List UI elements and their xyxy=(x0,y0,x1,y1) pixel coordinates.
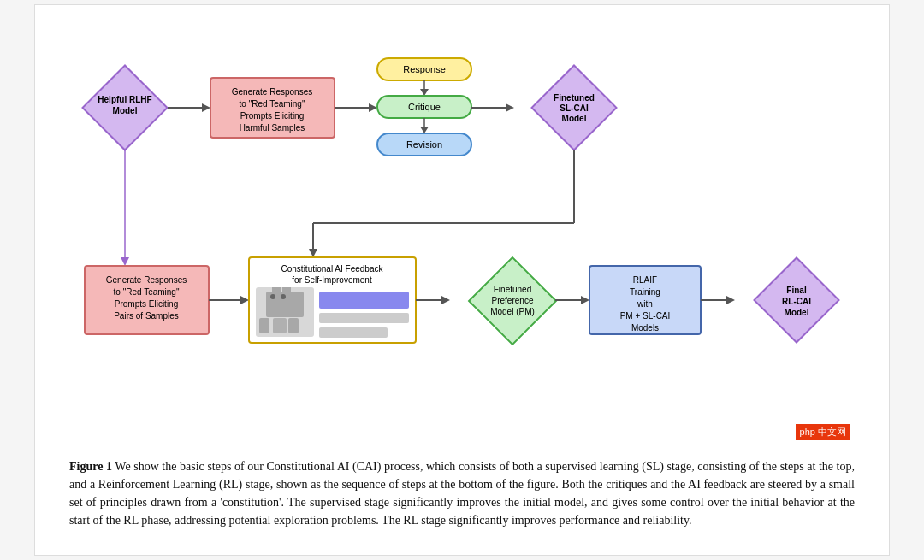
diagram-svg: Helpful RLHF Model Generate Responses to… xyxy=(69,31,856,441)
svg-marker-63 xyxy=(581,296,589,304)
svg-marker-23 xyxy=(506,103,514,112)
response-critique-revision-stack: Response Critique Revision xyxy=(377,58,471,156)
svg-rect-55 xyxy=(319,327,388,338)
svg-marker-33 xyxy=(121,257,129,266)
vertical-arrow-slcai xyxy=(309,150,574,257)
svg-marker-71 xyxy=(726,296,735,304)
svg-text:Finetuned: Finetuned xyxy=(554,93,595,103)
svg-text:PM + SL-CAI: PM + SL-CAI xyxy=(620,311,671,321)
svg-rect-49 xyxy=(281,294,286,299)
generate-pairs-box: Generate Responses to "Red Teaming" Prom… xyxy=(85,266,209,334)
svg-rect-52 xyxy=(288,318,299,333)
svg-text:to "Red Teaming": to "Red Teaming" xyxy=(240,99,305,109)
svg-text:Model: Model xyxy=(785,308,809,317)
svg-rect-50 xyxy=(259,318,270,333)
svg-text:RLAIF: RLAIF xyxy=(633,275,657,285)
svg-marker-57 xyxy=(441,296,450,304)
svg-text:Critique: Critique xyxy=(408,102,441,112)
cai-feedback-box: Constitutional AI Feedback for Self-Impr… xyxy=(249,257,416,343)
final-rlcai-diamond: Final RL-CAI Model xyxy=(755,258,839,343)
svg-text:for Self-Improvement: for Self-Improvement xyxy=(292,275,372,285)
arrow-b4 xyxy=(701,296,735,304)
arrow-1 xyxy=(168,103,210,112)
svg-text:Helpful RLHF: Helpful RLHF xyxy=(98,95,151,104)
svg-text:Model: Model xyxy=(113,106,138,115)
svg-text:Prompts Eliciting: Prompts Eliciting xyxy=(115,299,178,309)
svg-marker-11 xyxy=(369,103,377,112)
svg-text:Finetuned: Finetuned xyxy=(494,285,531,294)
svg-text:Model: Model xyxy=(562,114,587,123)
vertical-arrow-left xyxy=(121,150,129,266)
svg-text:to "Red Teaming": to "Red Teaming" xyxy=(114,287,180,297)
arrow-b2 xyxy=(416,296,450,304)
svg-marker-40 xyxy=(240,296,249,304)
watermark: php 中文网 xyxy=(796,424,850,440)
svg-text:Constitutional AI Feedback: Constitutional AI Feedback xyxy=(281,264,384,274)
svg-text:with: with xyxy=(637,299,653,309)
page-container: Helpful RLHF Model Generate Responses to… xyxy=(34,4,890,556)
arrow-b3 xyxy=(555,296,589,304)
svg-rect-54 xyxy=(319,313,409,323)
svg-text:Response: Response xyxy=(403,64,446,74)
figure-label: Figure 1 xyxy=(69,460,112,473)
svg-marker-19 xyxy=(420,127,429,133)
svg-text:Preference: Preference xyxy=(492,296,534,305)
svg-text:Revision: Revision xyxy=(406,139,442,150)
diagram-area: Helpful RLHF Model Generate Responses to… xyxy=(69,31,855,445)
svg-text:Prompts Eliciting: Prompts Eliciting xyxy=(240,111,304,121)
arrow-2 xyxy=(335,103,377,112)
svg-text:Pairs of Samples: Pairs of Samples xyxy=(114,311,179,321)
svg-marker-15 xyxy=(420,89,429,96)
svg-text:Model (PM): Model (PM) xyxy=(490,307,535,316)
helpful-rlhf-diamond: Helpful RLHF Model xyxy=(83,66,168,150)
svg-rect-47 xyxy=(282,287,291,294)
arrow-b1 xyxy=(209,296,249,304)
svg-text:SL-CAI: SL-CAI xyxy=(560,103,589,113)
svg-marker-4 xyxy=(202,103,210,112)
svg-text:Harmful Samples: Harmful Samples xyxy=(240,123,305,133)
svg-text:Final: Final xyxy=(786,286,807,295)
svg-rect-53 xyxy=(319,292,409,309)
svg-text:Models: Models xyxy=(631,323,659,333)
arrow-3 xyxy=(471,103,514,112)
svg-text:Training: Training xyxy=(630,287,660,297)
svg-rect-48 xyxy=(270,294,275,299)
generate-harmful-box: Generate Responses to "Red Teaming" Prom… xyxy=(210,78,335,138)
finetuned-slcai-diamond: Finetuned SL-CAI Model xyxy=(532,66,617,150)
svg-text:Generate Responses: Generate Responses xyxy=(232,87,313,97)
figure-caption: Figure 1 We show the basic steps of our … xyxy=(69,457,855,529)
svg-text:RL-CAI: RL-CAI xyxy=(782,297,811,306)
svg-rect-46 xyxy=(272,287,281,294)
svg-text:Generate Responses: Generate Responses xyxy=(106,275,187,285)
finetuned-pm-diamond: Finetuned Preference Model (PM) xyxy=(469,257,556,345)
rlaif-training-box: RLAIF Training with PM + SL-CAI Models xyxy=(589,266,701,334)
svg-marker-31 xyxy=(309,249,317,257)
svg-rect-51 xyxy=(273,318,287,333)
